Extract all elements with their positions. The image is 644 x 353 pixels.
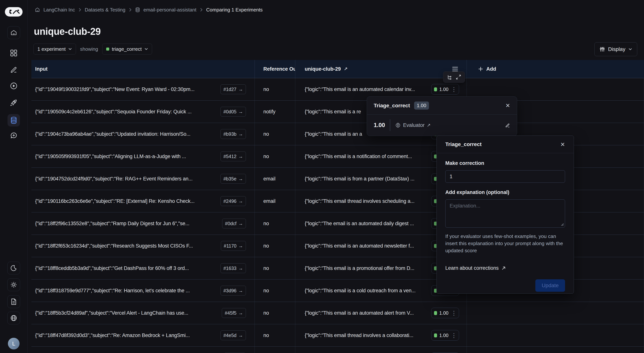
reference-output-cell[interactable]: email [254,190,295,212]
trace-tree-icon[interactable] [447,74,452,80]
dark-mode-toggle[interactable] [7,262,20,274]
column-header-reference-output[interactable]: Reference Output [254,60,295,78]
example-link-badge[interactable]: #0dcf → [222,218,246,228]
example-link-badge[interactable]: #2496 → [220,196,246,206]
experiment-output-cell[interactable]: {"logic":"This email thread involves a c… [295,324,466,346]
input-cell[interactable]: {"id":"1904752dcd24f9d0","subject":"Re: … [32,168,254,190]
example-id: #2496 [223,198,236,204]
open-evaluator-icon[interactable]: ↗ [427,123,430,128]
example-link-badge[interactable]: #1633 → [220,263,246,273]
input-cell[interactable]: {"id":"190505f993931f05","subject":"Alig… [32,145,254,168]
reference-output-cell[interactable]: no [254,235,295,257]
learn-about-corrections-link[interactable]: Learn about corrections [445,265,565,271]
reference-output-cell[interactable]: no [254,257,295,279]
home-icon[interactable] [35,7,40,12]
input-cell[interactable]: {"id":"18ff5b3cf24d89af","subject":"Verc… [32,302,254,324]
experiment-column-title[interactable]: unique-club-29 [305,66,341,72]
example-link-badge[interactable]: #b35e → [220,174,246,184]
sidebar-item-home[interactable] [7,26,20,39]
breadcrumb-org[interactable]: LangChain Inc [44,7,75,13]
example-link-badge[interactable]: #4e5d → [220,330,246,340]
explanation-textarea[interactable] [445,200,565,228]
input-cell[interactable]: {"id":"18ff47d8f392d0d3","subject":"Re: … [32,324,254,346]
reference-output-value: email [263,198,276,204]
example-link-badge[interactable]: #1170 → [221,241,246,251]
example-link-badge[interactable]: #1d27 → [220,84,246,94]
correction-value-input[interactable] [445,170,565,183]
reference-output-cell[interactable]: no [254,212,295,234]
correction-dialog: Triage_correct ✕ Make correction Add exp… [436,136,574,294]
kebab-menu-icon[interactable]: ⋮ [451,332,457,339]
reference-output-cell[interactable]: email [254,168,295,190]
explanation-label: Add explanation (optional) [445,190,565,195]
reference-output-cell[interactable]: no [254,145,295,168]
experiment-output-cell[interactable]: {"logic":"This email is an automated ale… [295,302,466,324]
input-cell[interactable]: → [32,346,254,353]
example-link-badge[interactable]: #45f5 → [222,308,246,318]
update-button[interactable]: Update [535,279,565,292]
sidebar-item-datasets[interactable] [8,114,20,126]
reference-output-cell[interactable]: no [254,123,295,145]
input-cell[interactable]: {"id":"18ff318759e9d777","subject":"Re: … [32,280,254,302]
input-cell[interactable]: {"id":"18ff2f653c16234d","subject":"Rese… [32,235,254,257]
input-cell[interactable]: {"id":"1904c73ba96ab4ae","subject":"Upda… [32,123,254,145]
correction-title: Triage_correct [445,141,482,147]
experiment-selector[interactable]: 1 experiment [34,44,76,54]
sidebar-item-playground[interactable] [10,82,18,90]
breadcrumb-dataset[interactable]: email-personal-assistant [144,7,196,13]
sidebar-item-annotation[interactable] [10,66,18,74]
reference-output-cell[interactable]: no [254,280,295,302]
cell-hover-toolbar [443,72,465,83]
table-row[interactable]: {"id":"18ff47d8f392d0d3","subject":"Re: … [32,324,644,346]
reference-output-cell[interactable] [254,346,295,353]
close-icon[interactable]: ✕ [506,102,510,109]
settings-button[interactable] [7,278,20,291]
example-link-badge[interactable]: #3d96 → [220,286,246,296]
table-row[interactable]: → ⋮ [32,346,644,353]
feedback-key-selector[interactable]: triage_correct [102,44,152,54]
input-cell[interactable]: {"id":"18ff8ceddb5b3a9d","subject":"Get … [32,257,254,279]
column-header-experiment[interactable]: unique-club-29 ↗ [295,60,466,78]
langsmith-logo[interactable] [5,7,22,16]
example-link-badge[interactable]: #0d05 → [220,107,246,116]
input-cell[interactable]: {"id":"190116bc263c6e6e","subject":"RE: … [32,190,254,212]
reference-output-value: no [263,288,269,294]
expand-icon[interactable] [456,74,461,80]
evaluator-source[interactable]: Evaluator ↗ [395,122,430,128]
reference-output-cell[interactable]: no [254,324,295,346]
sidebar-item-dashboards[interactable] [10,49,18,57]
sidebar-item-feedback[interactable] [10,132,18,140]
edit-score-button[interactable] [505,122,510,128]
display-settings-button[interactable]: Display [594,42,637,56]
input-cell[interactable]: {"id":"18ff2f96c13552e8","subject":"Ramp… [32,212,254,234]
docs-button[interactable] [7,295,20,308]
example-id: #0dcf [225,221,236,226]
feedback-score-chip[interactable]: 1.00 ⋮ [431,308,459,318]
input-cell[interactable]: {"id":"19049f1900321fd9","subject":"New … [32,78,254,100]
example-link-badge[interactable]: #b93b → [220,129,246,139]
breadcrumb-section[interactable]: Datasets & Testing [85,7,126,13]
kebab-menu-icon[interactable]: ⋮ [451,310,457,316]
column-header-add[interactable]: Add [466,60,644,78]
table-row[interactable]: {"id":"190509c4c2eb6126","subject":"Sequ… [32,100,644,123]
table-row[interactable]: {"id":"18ff5b3cf24d89af","subject":"Verc… [32,302,644,324]
experiment-output-cell[interactable]: ⋮ [295,346,466,353]
kebab-menu-icon[interactable]: ⋮ [451,86,457,93]
close-icon[interactable]: ✕ [560,141,565,148]
input-json-text: {"id":"18ff2f653c16234d","subject":"Rese… [35,243,216,249]
example-link-badge[interactable]: #5412 → [220,152,246,161]
input-cell[interactable]: {"id":"190509c4c2eb6126","subject":"Sequ… [32,100,254,123]
reference-output-cell[interactable]: no [254,78,295,100]
column-header-input[interactable]: Input [32,60,254,78]
open-experiment-icon[interactable]: ↗ [344,67,348,71]
sidebar-item-deployments[interactable] [10,98,18,107]
column-menu-icon[interactable] [452,67,458,71]
user-avatar[interactable]: L [8,338,20,350]
reference-output-cell[interactable]: notify [254,100,295,123]
language-button[interactable] [7,312,20,324]
reference-output-cell[interactable]: no [254,302,295,324]
chevron-down-icon [628,48,632,50]
feedback-score-chip[interactable]: 1.00 ⋮ [431,84,459,94]
table-row[interactable]: {"id":"19049f1900321fd9","subject":"New … [32,78,644,100]
feedback-score-chip[interactable]: 1.00 ⋮ [431,330,459,340]
